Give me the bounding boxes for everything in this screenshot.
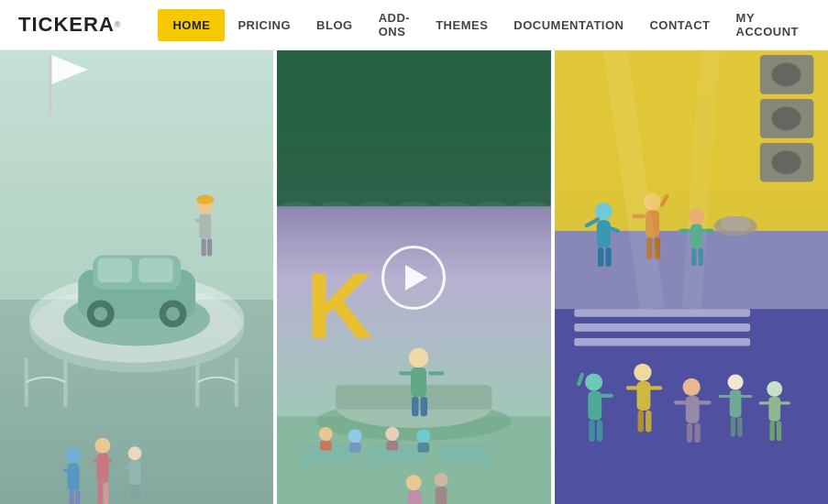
svg-rect-25 bbox=[68, 463, 80, 490]
logo[interactable]: TICKERA® bbox=[18, 13, 121, 37]
svg-rect-112 bbox=[646, 411, 651, 432]
svg-point-11 bbox=[94, 307, 107, 321]
svg-point-23 bbox=[196, 194, 214, 204]
svg-rect-104 bbox=[600, 394, 613, 398]
svg-rect-68 bbox=[436, 487, 447, 504]
svg-rect-28 bbox=[70, 490, 74, 504]
svg-point-65 bbox=[406, 475, 422, 490]
nav-item-addons[interactable]: ADD-ONS bbox=[366, 4, 424, 46]
svg-rect-41 bbox=[136, 485, 140, 502]
svg-rect-79 bbox=[721, 216, 750, 231]
svg-point-36 bbox=[128, 446, 142, 460]
svg-rect-87 bbox=[598, 247, 603, 267]
nav-link-themes[interactable]: THEMES bbox=[423, 11, 501, 39]
svg-point-30 bbox=[94, 438, 110, 454]
svg-rect-123 bbox=[730, 417, 734, 436]
svg-point-63 bbox=[417, 429, 431, 443]
svg-rect-118 bbox=[694, 423, 700, 443]
svg-rect-106 bbox=[596, 421, 602, 442]
svg-rect-110 bbox=[648, 386, 662, 389]
logo-trademark: ® bbox=[115, 20, 122, 29]
nav-link-myaccount[interactable]: MY ACCOUNT bbox=[723, 4, 812, 46]
svg-rect-116 bbox=[697, 400, 711, 404]
svg-point-113 bbox=[682, 378, 700, 396]
svg-rect-115 bbox=[674, 400, 688, 404]
svg-point-119 bbox=[727, 375, 743, 390]
svg-rect-20 bbox=[204, 219, 212, 222]
svg-rect-58 bbox=[320, 441, 332, 451]
svg-rect-109 bbox=[625, 386, 639, 389]
svg-rect-29 bbox=[75, 490, 80, 504]
svg-rect-50 bbox=[400, 371, 415, 375]
svg-rect-108 bbox=[636, 381, 650, 411]
right-panel-scene bbox=[555, 50, 828, 504]
nav-item-myaccount[interactable]: MY ACCOUNT bbox=[723, 4, 812, 46]
svg-rect-26 bbox=[63, 469, 72, 472]
navbar: TICKERA® HOME PRICING BLOG ADD-ONS THEME… bbox=[0, 0, 828, 50]
svg-rect-38 bbox=[125, 466, 133, 469]
svg-rect-56 bbox=[438, 445, 492, 465]
svg-rect-22 bbox=[207, 238, 212, 256]
svg-rect-7 bbox=[98, 258, 132, 283]
svg-rect-102 bbox=[588, 391, 602, 421]
hero-panel-middle[interactable]: K bbox=[273, 50, 554, 504]
svg-rect-53 bbox=[421, 397, 427, 416]
svg-rect-82 bbox=[574, 338, 750, 346]
svg-rect-128 bbox=[778, 401, 790, 404]
left-panel-scene bbox=[0, 50, 273, 504]
svg-point-24 bbox=[65, 447, 81, 463]
svg-rect-33 bbox=[105, 459, 113, 462]
nav-menu: HOME PRICING BLOG ADD-ONS THEMES DOCUMEN… bbox=[158, 4, 811, 46]
svg-rect-124 bbox=[737, 417, 742, 436]
svg-rect-40 bbox=[130, 485, 135, 502]
svg-rect-122 bbox=[739, 395, 752, 398]
svg-rect-60 bbox=[349, 443, 361, 453]
hero-panel-left bbox=[0, 50, 273, 504]
nav-item-documentation[interactable]: DOCUMENTATION bbox=[501, 11, 636, 39]
svg-point-76 bbox=[771, 107, 800, 131]
nav-link-addons[interactable]: ADD-ONS bbox=[366, 4, 424, 46]
svg-rect-27 bbox=[72, 469, 80, 472]
nav-link-home[interactable]: HOME bbox=[158, 9, 225, 41]
svg-rect-120 bbox=[729, 390, 741, 418]
nav-item-themes[interactable]: THEMES bbox=[423, 11, 501, 39]
nav-item-pricing[interactable]: PRICING bbox=[225, 11, 304, 39]
svg-rect-126 bbox=[768, 397, 780, 422]
svg-rect-39 bbox=[133, 466, 141, 469]
svg-point-107 bbox=[634, 364, 651, 381]
nav-link-contact[interactable]: CONTACT bbox=[636, 11, 723, 39]
svg-rect-32 bbox=[93, 459, 101, 462]
nav-item-blog[interactable]: BLOG bbox=[304, 11, 366, 39]
svg-point-57 bbox=[319, 427, 333, 441]
svg-point-67 bbox=[435, 473, 448, 487]
logo-text: TICKERA bbox=[18, 13, 115, 37]
nav-item-contact[interactable]: CONTACT bbox=[636, 11, 723, 39]
svg-rect-19 bbox=[195, 219, 204, 222]
svg-point-75 bbox=[771, 63, 800, 87]
svg-rect-121 bbox=[719, 395, 732, 398]
svg-point-12 bbox=[166, 307, 180, 321]
svg-point-101 bbox=[585, 373, 602, 390]
svg-rect-127 bbox=[758, 401, 770, 404]
svg-point-125 bbox=[767, 381, 782, 397]
nav-link-blog[interactable]: BLOG bbox=[304, 11, 366, 39]
svg-rect-18 bbox=[199, 214, 211, 239]
svg-rect-34 bbox=[98, 483, 103, 504]
nav-link-pricing[interactable]: PRICING bbox=[225, 11, 304, 39]
svg-rect-130 bbox=[777, 422, 781, 441]
svg-rect-81 bbox=[574, 323, 750, 332]
svg-rect-117 bbox=[686, 423, 691, 443]
nav-item-home[interactable]: HOME bbox=[158, 9, 225, 41]
svg-rect-51 bbox=[428, 371, 444, 375]
svg-rect-21 bbox=[201, 238, 205, 256]
svg-rect-64 bbox=[418, 443, 430, 453]
svg-rect-35 bbox=[104, 483, 108, 504]
svg-rect-84 bbox=[596, 220, 610, 247]
nav-link-documentation[interactable]: DOCUMENTATION bbox=[501, 11, 636, 39]
svg-rect-105 bbox=[589, 421, 594, 442]
svg-rect-31 bbox=[96, 454, 108, 483]
svg-rect-88 bbox=[605, 247, 611, 267]
svg-rect-111 bbox=[637, 411, 643, 432]
play-button[interactable] bbox=[381, 246, 446, 310]
svg-rect-129 bbox=[769, 422, 774, 441]
